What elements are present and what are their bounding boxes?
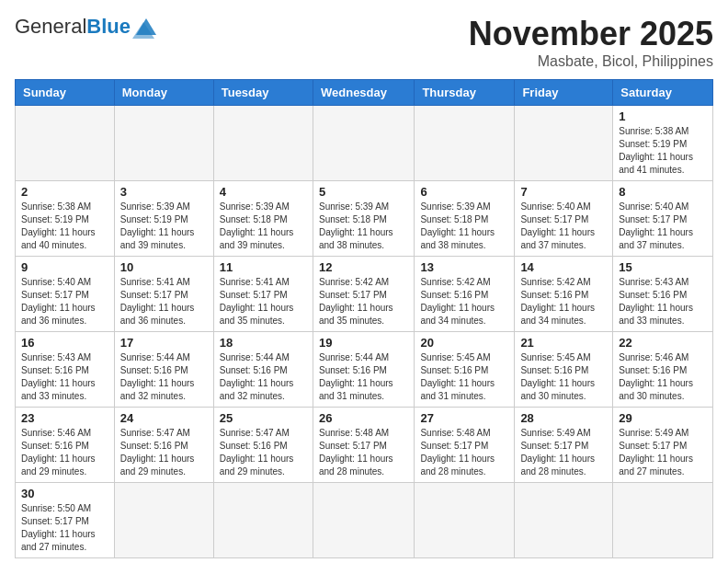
day-number: 14 <box>520 260 607 274</box>
day-info: Sunrise: 5:48 AMSunset: 5:17 PMDaylight:… <box>319 427 408 478</box>
day-info: Sunrise: 5:41 AMSunset: 5:17 PMDaylight:… <box>120 276 208 327</box>
day-number: 18 <box>220 336 307 350</box>
day-cell-17: 17Sunrise: 5:44 AMSunset: 5:16 PMDayligh… <box>114 332 213 408</box>
day-cell-10: 10Sunrise: 5:41 AMSunset: 5:17 PMDayligh… <box>114 257 213 332</box>
header-sunday: Sunday <box>16 80 115 106</box>
day-number: 2 <box>21 185 108 199</box>
logo: General Blue <box>15 15 158 39</box>
day-cell-11: 11Sunrise: 5:41 AMSunset: 5:17 PMDayligh… <box>213 257 313 332</box>
day-info: Sunrise: 5:39 AMSunset: 5:19 PMDaylight:… <box>120 201 208 252</box>
day-number: 1 <box>619 109 707 123</box>
day-info: Sunrise: 5:40 AMSunset: 5:17 PMDaylight:… <box>619 201 707 252</box>
day-number: 15 <box>619 260 707 274</box>
calendar-row-2: 2Sunrise: 5:38 AMSunset: 5:19 PMDaylight… <box>16 181 713 257</box>
day-number: 4 <box>220 185 307 199</box>
day-info: Sunrise: 5:48 AMSunset: 5:17 PMDaylight:… <box>420 427 508 478</box>
day-info: Sunrise: 5:50 AMSunset: 5:17 PMDaylight:… <box>21 502 108 554</box>
day-info: Sunrise: 5:44 AMSunset: 5:16 PMDaylight:… <box>120 351 208 403</box>
table-row <box>613 483 713 558</box>
table-row <box>415 483 515 558</box>
day-number: 3 <box>120 185 208 199</box>
day-number: 30 <box>21 487 108 500</box>
header-saturday: Saturday <box>613 80 713 106</box>
header-tuesday: Tuesday <box>213 80 313 106</box>
weekday-header-row: Sunday Monday Tuesday Wednesday Thursday… <box>16 80 713 106</box>
day-cell-16: 16Sunrise: 5:43 AMSunset: 5:16 PMDayligh… <box>16 332 115 408</box>
table-row <box>313 483 414 558</box>
logo-general-text: General <box>15 15 86 39</box>
calendar-row-3: 9Sunrise: 5:40 AMSunset: 5:17 PMDaylight… <box>16 257 713 332</box>
day-cell-27: 27Sunrise: 5:48 AMSunset: 5:17 PMDayligh… <box>415 408 515 483</box>
day-info: Sunrise: 5:43 AMSunset: 5:16 PMDaylight:… <box>21 351 108 403</box>
day-cell-15: 15Sunrise: 5:43 AMSunset: 5:16 PMDayligh… <box>613 257 713 332</box>
table-row <box>114 106 213 181</box>
day-info: Sunrise: 5:46 AMSunset: 5:16 PMDaylight:… <box>21 427 108 478</box>
day-cell-8: 8Sunrise: 5:40 AMSunset: 5:17 PMDaylight… <box>613 181 713 257</box>
day-info: Sunrise: 5:49 AMSunset: 5:17 PMDaylight:… <box>520 427 607 478</box>
day-number: 21 <box>520 336 607 350</box>
day-number: 7 <box>520 185 607 199</box>
calendar-row-5: 23Sunrise: 5:46 AMSunset: 5:16 PMDayligh… <box>16 408 713 483</box>
day-number: 29 <box>619 411 707 425</box>
day-cell-30: 30Sunrise: 5:50 AMSunset: 5:17 PMDayligh… <box>16 483 115 558</box>
day-cell-12: 12Sunrise: 5:42 AMSunset: 5:17 PMDayligh… <box>313 257 414 332</box>
day-cell-23: 23Sunrise: 5:46 AMSunset: 5:16 PMDayligh… <box>16 408 115 483</box>
table-row <box>114 483 213 558</box>
header-thursday: Thursday <box>415 80 515 106</box>
day-info: Sunrise: 5:45 AMSunset: 5:16 PMDaylight:… <box>520 351 607 403</box>
table-row <box>16 106 115 181</box>
day-number: 13 <box>420 260 508 274</box>
day-number: 6 <box>420 185 508 199</box>
day-number: 22 <box>619 336 707 350</box>
day-number: 9 <box>21 260 108 274</box>
day-number: 19 <box>319 336 408 350</box>
table-row <box>213 483 313 558</box>
day-info: Sunrise: 5:39 AMSunset: 5:18 PMDaylight:… <box>220 201 307 252</box>
day-cell-5: 5Sunrise: 5:39 AMSunset: 5:18 PMDaylight… <box>313 181 414 257</box>
day-info: Sunrise: 5:38 AMSunset: 5:19 PMDaylight:… <box>21 201 108 252</box>
logo-blue-text: Blue <box>86 15 131 39</box>
day-info: Sunrise: 5:42 AMSunset: 5:16 PMDaylight:… <box>420 276 508 327</box>
day-info: Sunrise: 5:44 AMSunset: 5:16 PMDaylight:… <box>319 351 408 403</box>
day-info: Sunrise: 5:47 AMSunset: 5:16 PMDaylight:… <box>220 427 307 478</box>
day-cell-25: 25Sunrise: 5:47 AMSunset: 5:16 PMDayligh… <box>213 408 313 483</box>
day-cell-3: 3Sunrise: 5:39 AMSunset: 5:19 PMDaylight… <box>114 181 213 257</box>
day-cell-22: 22Sunrise: 5:46 AMSunset: 5:16 PMDayligh… <box>613 332 713 408</box>
day-cell-29: 29Sunrise: 5:49 AMSunset: 5:17 PMDayligh… <box>613 408 713 483</box>
header-monday: Monday <box>114 80 213 106</box>
day-info: Sunrise: 5:44 AMSunset: 5:16 PMDaylight:… <box>220 351 307 403</box>
day-info: Sunrise: 5:46 AMSunset: 5:16 PMDaylight:… <box>619 351 707 403</box>
day-cell-1: 1Sunrise: 5:38 AMSunset: 5:19 PMDaylight… <box>613 106 713 181</box>
day-cell-18: 18Sunrise: 5:44 AMSunset: 5:16 PMDayligh… <box>213 332 313 408</box>
day-cell-6: 6Sunrise: 5:39 AMSunset: 5:18 PMDaylight… <box>415 181 515 257</box>
day-number: 12 <box>319 260 408 274</box>
table-row <box>515 106 613 181</box>
day-cell-9: 9Sunrise: 5:40 AMSunset: 5:17 PMDaylight… <box>16 257 115 332</box>
day-info: Sunrise: 5:39 AMSunset: 5:18 PMDaylight:… <box>319 201 408 252</box>
day-number: 26 <box>319 411 408 425</box>
day-number: 5 <box>319 185 408 199</box>
header-wednesday: Wednesday <box>313 80 414 106</box>
day-cell-19: 19Sunrise: 5:44 AMSunset: 5:16 PMDayligh… <box>313 332 414 408</box>
day-info: Sunrise: 5:40 AMSunset: 5:17 PMDaylight:… <box>21 276 108 327</box>
day-cell-4: 4Sunrise: 5:39 AMSunset: 5:18 PMDaylight… <box>213 181 313 257</box>
day-info: Sunrise: 5:38 AMSunset: 5:19 PMDaylight:… <box>619 125 707 177</box>
page-header: General Blue November 2025 Masbate, Bico… <box>15 15 713 70</box>
day-info: Sunrise: 5:45 AMSunset: 5:16 PMDaylight:… <box>420 351 508 403</box>
day-number: 8 <box>619 185 707 199</box>
day-number: 28 <box>520 411 607 425</box>
day-cell-14: 14Sunrise: 5:42 AMSunset: 5:16 PMDayligh… <box>515 257 613 332</box>
day-number: 25 <box>220 411 307 425</box>
calendar-table: Sunday Monday Tuesday Wednesday Thursday… <box>15 79 713 558</box>
calendar-row-4: 16Sunrise: 5:43 AMSunset: 5:16 PMDayligh… <box>16 332 713 408</box>
day-cell-26: 26Sunrise: 5:48 AMSunset: 5:17 PMDayligh… <box>313 408 414 483</box>
day-info: Sunrise: 5:49 AMSunset: 5:17 PMDaylight:… <box>619 427 707 478</box>
day-info: Sunrise: 5:39 AMSunset: 5:18 PMDaylight:… <box>420 201 508 252</box>
header-friday: Friday <box>515 80 613 106</box>
day-info: Sunrise: 5:43 AMSunset: 5:16 PMDaylight:… <box>619 276 707 327</box>
calendar-row-1: 1Sunrise: 5:38 AMSunset: 5:19 PMDaylight… <box>16 106 713 181</box>
day-number: 20 <box>420 336 508 350</box>
day-number: 23 <box>21 411 108 425</box>
day-cell-20: 20Sunrise: 5:45 AMSunset: 5:16 PMDayligh… <box>415 332 515 408</box>
day-number: 10 <box>120 260 208 274</box>
